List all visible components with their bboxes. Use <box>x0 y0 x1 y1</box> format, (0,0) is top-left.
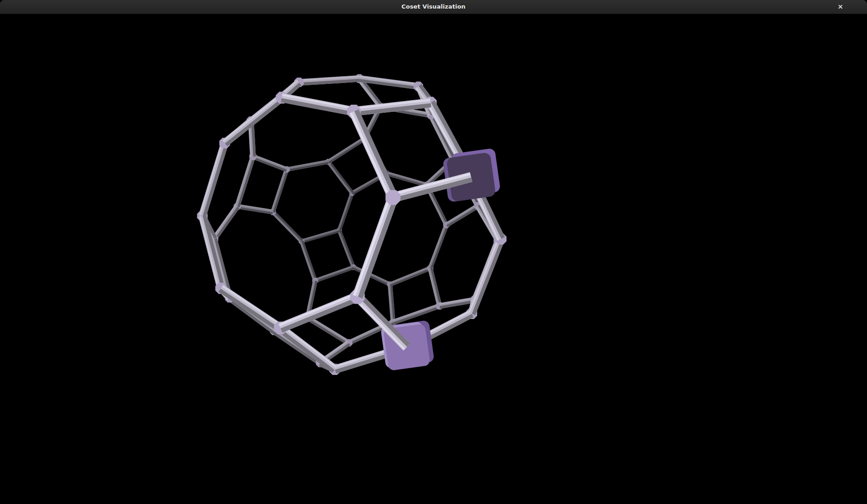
close-button[interactable]: ✕ <box>834 0 847 14</box>
app-window: Coset Visualization ✕ <box>0 0 867 504</box>
3d-viewport[interactable] <box>0 14 867 504</box>
coset-polyhedron-render <box>0 14 867 504</box>
window-title: Coset Visualization <box>401 0 466 14</box>
close-icon: ✕ <box>838 3 843 10</box>
titlebar[interactable]: Coset Visualization ✕ <box>0 0 867 14</box>
